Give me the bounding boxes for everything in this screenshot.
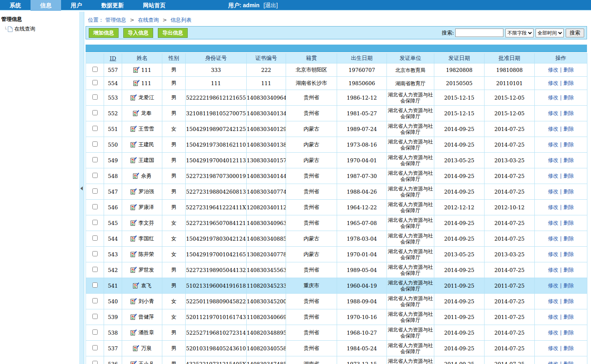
field-select[interactable]: 不限字段 — [505, 29, 534, 37]
row-checkbox[interactable] — [92, 157, 98, 162]
row-checkbox[interactable] — [92, 329, 98, 335]
edit-link[interactable]: 修改 — [548, 282, 558, 288]
edit-doc-icon[interactable] — [133, 80, 139, 86]
row-checkbox[interactable] — [92, 141, 98, 147]
nav-item-data-update[interactable]: 数据更新 — [92, 0, 133, 11]
delete-link[interactable]: 删除 — [563, 173, 574, 179]
edit-link[interactable]: 修改 — [548, 329, 558, 335]
row-checkbox[interactable] — [92, 251, 98, 256]
delete-link[interactable]: 删除 — [563, 141, 574, 147]
edit-link[interactable]: 修改 — [548, 110, 558, 116]
edit-doc-icon[interactable] — [130, 126, 137, 132]
sidebar-item-online-query[interactable]: └ 在线查询 — [0, 25, 79, 33]
delete-link[interactable]: 删除 — [563, 80, 574, 86]
search-button[interactable]: 搜索 — [566, 29, 584, 37]
delete-link[interactable]: 删除 — [563, 314, 574, 320]
edit-link[interactable]: 修改 — [548, 141, 558, 147]
edit-doc-icon[interactable] — [130, 204, 137, 211]
delete-link[interactable]: 删除 — [563, 235, 574, 241]
time-select[interactable]: 全部时间 — [536, 29, 564, 37]
nav-item-site-home[interactable]: 网站首页 — [133, 0, 175, 11]
edit-link[interactable]: 修改 — [548, 126, 558, 132]
edit-doc-icon[interactable] — [130, 94, 137, 101]
edit-link[interactable]: 修改 — [548, 220, 558, 226]
row-checkbox[interactable] — [92, 126, 98, 131]
edit-link[interactable]: 修改 — [548, 157, 558, 163]
nav-item-info[interactable]: 信息 — [31, 0, 61, 11]
edit-link[interactable]: 修改 — [548, 345, 558, 351]
edit-doc-icon[interactable] — [130, 314, 137, 320]
breadcrumb-link-online-query[interactable]: 在线查询 — [138, 17, 159, 23]
edit-link[interactable]: 修改 — [548, 235, 558, 241]
edit-link[interactable]: 修改 — [548, 298, 558, 304]
row-checkbox[interactable] — [92, 110, 98, 115]
row-checkbox[interactable] — [92, 67, 98, 72]
row-checkbox[interactable] — [92, 94, 98, 100]
import-info-button[interactable]: 导入信息 — [123, 28, 153, 38]
delete-link[interactable]: 删除 — [563, 67, 574, 73]
logout-link[interactable]: [退出] — [264, 2, 278, 8]
edit-doc-icon[interactable] — [130, 267, 137, 273]
delete-link[interactable]: 删除 — [563, 329, 574, 335]
delete-link[interactable]: 删除 — [563, 188, 574, 194]
delete-link[interactable]: 删除 — [563, 157, 574, 163]
edit-doc-icon[interactable] — [130, 298, 137, 305]
delete-link[interactable]: 删除 — [563, 94, 574, 100]
delete-link[interactable]: 删除 — [563, 361, 574, 364]
delete-link[interactable]: 删除 — [563, 220, 574, 226]
edit-doc-icon[interactable] — [130, 157, 137, 164]
collapse-arrow-icon[interactable] — [80, 186, 83, 190]
export-info-button[interactable]: 导出信息 — [158, 28, 188, 38]
delete-link[interactable]: 删除 — [563, 251, 574, 257]
delete-link[interactable]: 删除 — [563, 298, 574, 304]
delete-link[interactable]: 删除 — [563, 282, 574, 288]
row-checkbox[interactable] — [92, 298, 98, 303]
sidebar-splitter[interactable] — [79, 12, 84, 364]
row-checkbox[interactable] — [92, 314, 98, 319]
edit-doc-icon[interactable] — [130, 188, 137, 195]
edit-link[interactable]: 修改 — [548, 361, 558, 364]
edit-link[interactable]: 修改 — [548, 188, 558, 194]
edit-doc-icon[interactable] — [133, 282, 139, 289]
edit-doc-icon[interactable] — [130, 235, 137, 242]
edit-doc-icon[interactable] — [133, 67, 139, 73]
edit-doc-icon[interactable] — [130, 329, 137, 336]
row-checkbox[interactable] — [92, 345, 98, 350]
row-checkbox[interactable] — [92, 361, 98, 364]
row-checkbox[interactable] — [92, 80, 98, 85]
row-checkbox[interactable] — [92, 204, 98, 209]
id-sort-link[interactable]: ID — [110, 55, 116, 61]
edit-doc-icon[interactable] — [130, 361, 137, 364]
edit-link[interactable]: 修改 — [548, 67, 558, 73]
edit-doc-icon[interactable] — [133, 173, 139, 179]
delete-link[interactable]: 删除 — [563, 126, 574, 132]
edit-link[interactable]: 修改 — [548, 94, 558, 100]
edit-link[interactable]: 修改 — [548, 314, 558, 320]
nav-item-system[interactable]: 系统 — [0, 0, 31, 11]
row-checkbox[interactable] — [92, 282, 98, 288]
delete-link[interactable]: 删除 — [563, 204, 574, 210]
row-checkbox[interactable] — [92, 188, 98, 194]
edit-doc-icon[interactable] — [133, 345, 139, 352]
breadcrumb-link-info-list[interactable]: 信息列表 — [171, 17, 192, 23]
add-info-button[interactable]: 增加信息 — [89, 28, 119, 38]
edit-link[interactable]: 修改 — [548, 251, 558, 257]
edit-link[interactable]: 修改 — [548, 267, 558, 273]
row-checkbox[interactable] — [92, 173, 98, 178]
delete-link[interactable]: 删除 — [563, 110, 574, 116]
breadcrumb-link-manage-info[interactable]: 管理信息 — [105, 17, 126, 23]
edit-link[interactable]: 修改 — [548, 173, 558, 179]
nav-item-user[interactable]: 用户 — [61, 0, 92, 11]
delete-link[interactable]: 删除 — [563, 267, 574, 273]
edit-doc-icon[interactable] — [130, 251, 137, 258]
row-checkbox[interactable] — [92, 220, 98, 225]
row-checkbox[interactable] — [92, 267, 98, 272]
delete-link[interactable]: 删除 — [563, 345, 574, 351]
edit-link[interactable]: 修改 — [548, 80, 558, 86]
edit-doc-icon[interactable] — [130, 141, 137, 148]
edit-doc-icon[interactable] — [130, 220, 137, 226]
edit-link[interactable]: 修改 — [548, 204, 558, 210]
row-checkbox[interactable] — [92, 235, 98, 241]
edit-doc-icon[interactable] — [133, 110, 139, 117]
search-input[interactable] — [455, 29, 503, 37]
